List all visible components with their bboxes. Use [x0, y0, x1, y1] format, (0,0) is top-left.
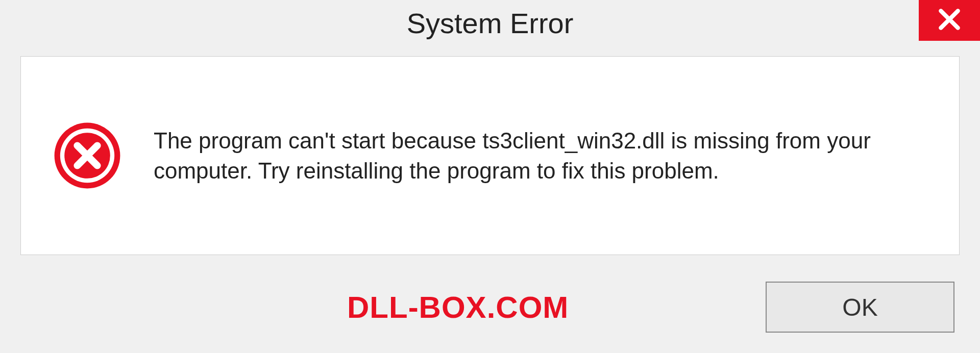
close-button[interactable]: [919, 0, 980, 41]
dialog-footer: DLL-BOX.COM OK: [0, 282, 980, 333]
dialog-content: The program can't start because ts3clien…: [20, 56, 960, 255]
ok-button[interactable]: OK: [766, 282, 954, 333]
error-icon: [52, 120, 123, 191]
titlebar: System Error: [0, 0, 980, 46]
close-icon: [937, 7, 962, 34]
error-message: The program can't start because ts3clien…: [154, 125, 928, 186]
dialog-title: System Error: [407, 7, 574, 40]
watermark-text: DLL-BOX.COM: [347, 290, 569, 325]
